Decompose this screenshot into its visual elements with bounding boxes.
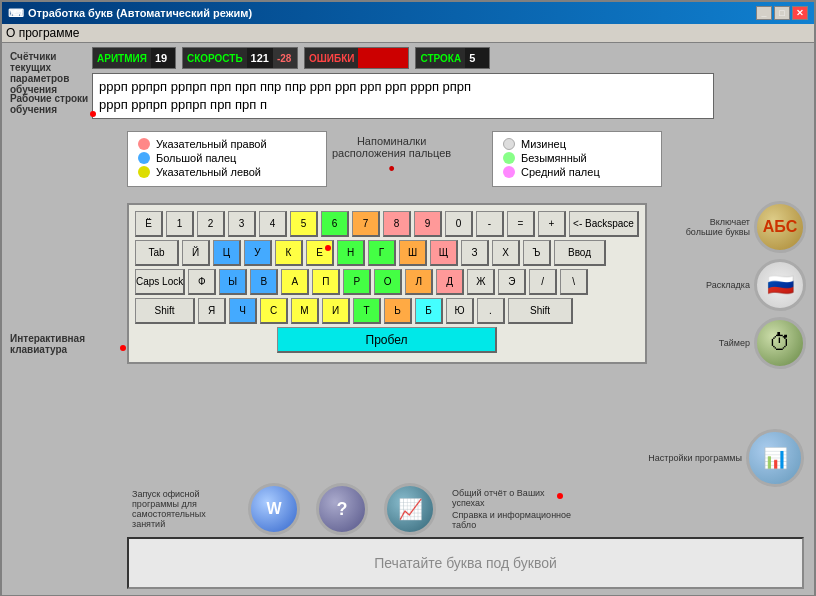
key-c[interactable]: Ц bbox=[213, 240, 241, 266]
abc-button[interactable]: АБС bbox=[754, 201, 806, 253]
key-j[interactable]: Й bbox=[182, 240, 210, 266]
key-0[interactable]: 0 bbox=[445, 211, 473, 237]
key-sh[interactable]: Ш bbox=[399, 240, 427, 266]
dot-pink bbox=[138, 138, 150, 150]
key-eh[interactable]: Э bbox=[498, 269, 526, 295]
key-shift-left[interactable]: Shift bbox=[135, 298, 195, 324]
working-lines-label: Рабочие строки обучения bbox=[10, 93, 90, 115]
settings-button[interactable]: 📊 bbox=[746, 429, 804, 487]
key-7[interactable]: 7 bbox=[352, 211, 380, 237]
key-u[interactable]: У bbox=[244, 240, 272, 266]
key-equals[interactable]: = bbox=[507, 211, 535, 237]
stats-label: Счётчики текущих параметров обучения bbox=[10, 51, 90, 95]
key-row-4: Shift Я Ч С М И Т Ь Б Ю . Shift bbox=[135, 298, 639, 324]
legend-item-ring: Безымянный bbox=[503, 152, 651, 164]
key-enter[interactable]: Ввод bbox=[554, 240, 606, 266]
abc-label: Включаетбольшие буквы bbox=[655, 217, 750, 237]
stats-bar: АРИТМИЯ 19 СКОРОСТЬ 121 -28 ОШИБКИ СТРОК… bbox=[92, 47, 490, 69]
text-line-1: рррп ррпрп ррпрп прп прп ппр ппр ррп ррп… bbox=[99, 78, 707, 96]
key-r[interactable]: Р bbox=[343, 269, 371, 295]
menu-item-about[interactable]: О программе bbox=[6, 26, 79, 40]
key-b[interactable]: Б bbox=[415, 298, 443, 324]
key-ch[interactable]: Ч bbox=[229, 298, 257, 324]
timer-button[interactable]: ⏱ bbox=[754, 317, 806, 369]
help-button[interactable]: ? bbox=[316, 483, 368, 535]
stats-button[interactable]: 📈 bbox=[384, 483, 436, 535]
legend-left: Указательный правой Большой палец Указат… bbox=[127, 131, 327, 187]
key-5[interactable]: 5 bbox=[290, 211, 318, 237]
legend-item-2: Большой палец bbox=[138, 152, 316, 164]
key-yu[interactable]: Ю bbox=[446, 298, 474, 324]
annotation-dot-4 bbox=[557, 493, 563, 499]
legend-item-3: Указательный левой bbox=[138, 166, 316, 178]
key-shift-right[interactable]: Shift bbox=[508, 298, 573, 324]
key-2[interactable]: 2 bbox=[197, 211, 225, 237]
key-caps-lock[interactable]: Caps Lock bbox=[135, 269, 185, 295]
key-k[interactable]: К bbox=[275, 240, 303, 266]
key-h[interactable]: Х bbox=[492, 240, 520, 266]
stat-aritmiya: АРИТМИЯ 19 bbox=[92, 47, 176, 69]
key-e[interactable]: Е bbox=[306, 240, 334, 266]
key-tab[interactable]: Tab bbox=[135, 240, 179, 266]
key-8[interactable]: 8 bbox=[383, 211, 411, 237]
key-row-space: Пробел bbox=[135, 327, 639, 353]
dot-blue bbox=[138, 152, 150, 164]
key-plus[interactable]: + bbox=[538, 211, 566, 237]
key-y[interactable]: Ы bbox=[219, 269, 247, 295]
key-shch[interactable]: Щ bbox=[430, 240, 458, 266]
legend-right: Мизинец Безымянный Средний палец bbox=[492, 131, 662, 187]
legend-item-pinky: Мизинец bbox=[503, 138, 651, 150]
stat-errors: ОШИБКИ bbox=[304, 47, 410, 69]
maximize-button[interactable]: □ bbox=[774, 6, 790, 20]
key-soft[interactable]: Ь bbox=[384, 298, 412, 324]
key-4[interactable]: 4 bbox=[259, 211, 287, 237]
key-1[interactable]: 1 bbox=[166, 211, 194, 237]
key-period[interactable]: . bbox=[477, 298, 505, 324]
key-d[interactable]: Д bbox=[436, 269, 464, 295]
layout-button[interactable]: 🇷🇺 bbox=[754, 259, 806, 311]
word-desc: Запуск офисной программы для самостоятел… bbox=[132, 489, 232, 529]
key-backslash[interactable]: \ bbox=[560, 269, 588, 295]
key-row-3: Caps Lock Ф Ы В А П Р О Л Д Ж Э / \ bbox=[135, 269, 639, 295]
reminder-label: Напоминалки расположения пальцев • bbox=[332, 135, 451, 180]
key-l[interactable]: Л bbox=[405, 269, 433, 295]
text-line-2: рррп ррпрп ррпрп прп прп п bbox=[99, 96, 707, 114]
key-6[interactable]: 6 bbox=[321, 211, 349, 237]
key-spacebar[interactable]: Пробел bbox=[277, 327, 497, 353]
key-z[interactable]: З bbox=[461, 240, 489, 266]
key-g[interactable]: Г bbox=[368, 240, 396, 266]
key-s[interactable]: С bbox=[260, 298, 288, 324]
key-i[interactable]: И bbox=[322, 298, 350, 324]
layout-label: Раскладка bbox=[655, 280, 750, 290]
stats-desc: Общий отчёт о Ваших успехах Справка и ин… bbox=[452, 488, 572, 530]
key-v[interactable]: В bbox=[250, 269, 278, 295]
key-p[interactable]: П bbox=[312, 269, 340, 295]
settings-area: Настройки программы 📊 bbox=[647, 429, 804, 487]
annotation-dot-3 bbox=[120, 345, 126, 351]
key-n[interactable]: Н bbox=[337, 240, 365, 266]
key-a[interactable]: А bbox=[281, 269, 309, 295]
key-backspace[interactable]: <- Backspace bbox=[569, 211, 639, 237]
key-hard[interactable]: Ъ bbox=[523, 240, 551, 266]
close-button[interactable]: ✕ bbox=[792, 6, 808, 20]
dot-white bbox=[503, 138, 515, 150]
key-m[interactable]: М bbox=[291, 298, 319, 324]
word-button[interactable]: W bbox=[248, 483, 300, 535]
key-minus[interactable]: - bbox=[476, 211, 504, 237]
key-9[interactable]: 9 bbox=[414, 211, 442, 237]
title-bar: ⌨ Отработка букв (Автоматический режим) … bbox=[2, 2, 814, 24]
key-3[interactable]: 3 bbox=[228, 211, 256, 237]
key-zh[interactable]: Ж bbox=[467, 269, 495, 295]
key-slash[interactable]: / bbox=[529, 269, 557, 295]
annotation-dot-2 bbox=[325, 245, 331, 251]
key-t[interactable]: Т bbox=[353, 298, 381, 324]
output-box[interactable]: Печатайте буква под буквой bbox=[127, 537, 804, 589]
key-ya[interactable]: Я bbox=[198, 298, 226, 324]
key-yo[interactable]: Ё bbox=[135, 211, 163, 237]
minimize-button[interactable]: _ bbox=[756, 6, 772, 20]
output-text: Печатайте буква под буквой bbox=[374, 555, 557, 571]
key-f[interactable]: Ф bbox=[188, 269, 216, 295]
interactive-kb-label: Интерактивная клавиатура bbox=[10, 333, 90, 355]
dot-green bbox=[503, 152, 515, 164]
key-o[interactable]: О bbox=[374, 269, 402, 295]
